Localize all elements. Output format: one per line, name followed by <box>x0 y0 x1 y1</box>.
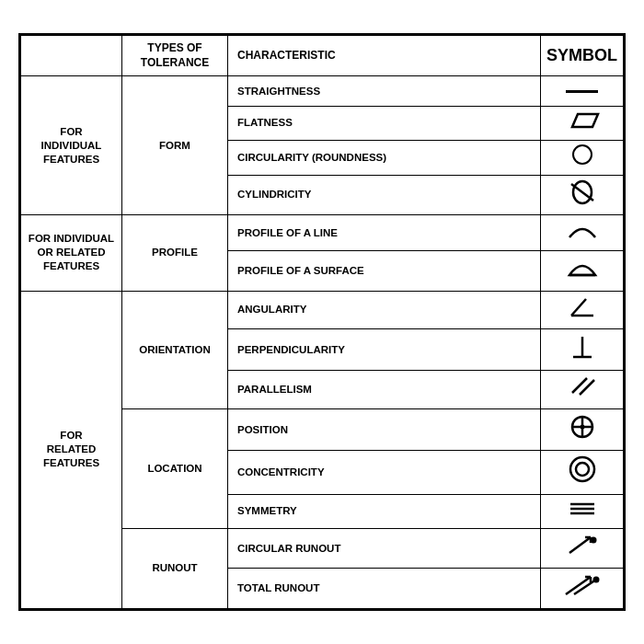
symbol-angularity <box>541 291 624 328</box>
symbol-straightness <box>541 76 624 106</box>
svg-marker-0 <box>572 114 598 127</box>
symbol-parallelism <box>541 371 624 408</box>
char-circular-runout: CIRCULAR RUNOUT <box>228 529 541 569</box>
cylindricity-icon <box>564 179 601 205</box>
char-cylindricity: CYLINDRICITY <box>228 175 541 214</box>
symbol-cylindricity <box>541 175 624 214</box>
char-flatness: FLATNESS <box>228 106 541 140</box>
symbol-concentricity <box>541 451 624 494</box>
circularity-icon <box>572 144 592 165</box>
header-characteristic: CHARACTERISTIC <box>228 36 541 76</box>
header-symbol: SYMBOL <box>541 36 624 76</box>
type-location: LOCATION <box>122 408 228 528</box>
char-symmetry: SYMMETRY <box>228 494 541 528</box>
symbol-position <box>541 408 624 450</box>
svg-line-5 <box>571 299 586 316</box>
char-perpendicularity: PERPENDICULARITY <box>228 329 541 371</box>
svg-line-19 <box>569 537 591 553</box>
table-row: FOR INDIVIDUALOR RELATEDFEATURES PROFILE… <box>21 214 624 250</box>
flatness-icon <box>565 110 600 131</box>
parallelism-icon <box>569 374 596 398</box>
gdt-table: TYPES OFTOLERANCE CHARACTERISTIC SYMBOL … <box>18 33 626 611</box>
symbol-symmetry <box>541 494 624 528</box>
svg-point-14 <box>570 457 594 481</box>
profile-surface-icon <box>566 255 599 281</box>
straightness-icon <box>566 90 598 93</box>
svg-point-15 <box>576 463 589 476</box>
char-circularity: CIRCULARITY (ROUNDNESS) <box>228 141 541 175</box>
header-group <box>21 36 122 76</box>
type-runout: RUNOUT <box>122 529 228 609</box>
group-individual-related: FOR INDIVIDUALOR RELATEDFEATURES <box>21 214 122 291</box>
group-related: FORRELATEDFEATURES <box>21 291 122 608</box>
symbol-perpendicularity <box>541 329 624 371</box>
char-position: POSITION <box>228 408 541 450</box>
profile-line-icon <box>566 219 599 241</box>
type-form: FORM <box>122 76 228 215</box>
header-types: TYPES OFTOLERANCE <box>122 36 228 76</box>
char-profile-line: PROFILE OF A LINE <box>228 214 541 250</box>
symmetry-icon <box>567 499 598 519</box>
total-runout-icon <box>563 572 602 598</box>
symbol-profile-surface <box>541 251 624 291</box>
angularity-icon <box>568 295 597 319</box>
concentricity-icon <box>568 454 597 484</box>
position-icon <box>569 413 596 441</box>
svg-point-22 <box>590 537 596 544</box>
svg-point-13 <box>580 424 584 429</box>
symbol-circular-runout <box>541 529 624 569</box>
table-row: FORINDIVIDUALFEATURES FORM STRAIGHTNESS <box>21 76 624 106</box>
type-orientation: ORIENTATION <box>122 291 228 408</box>
table-row: FORRELATEDFEATURES ORIENTATION ANGULARIT… <box>21 291 624 328</box>
svg-point-27 <box>592 577 599 583</box>
perpendicularity-icon <box>569 333 595 361</box>
symbol-circularity <box>541 141 624 175</box>
char-angularity: ANGULARITY <box>228 291 541 328</box>
char-total-runout: TOTAL RUNOUT <box>228 569 541 608</box>
type-profile: PROFILE <box>122 214 228 291</box>
circular-runout-icon <box>565 533 600 558</box>
symbol-flatness <box>541 106 624 140</box>
symbol-total-runout <box>541 569 624 608</box>
char-parallelism: PARALLELISM <box>228 371 541 408</box>
char-concentricity: CONCENTRICITY <box>228 451 541 494</box>
symbol-profile-line <box>541 214 624 250</box>
char-profile-surface: PROFILE OF A SURFACE <box>228 251 541 291</box>
char-straightness: STRAIGHTNESS <box>228 76 541 106</box>
group-individual: FORINDIVIDUALFEATURES <box>21 76 122 215</box>
